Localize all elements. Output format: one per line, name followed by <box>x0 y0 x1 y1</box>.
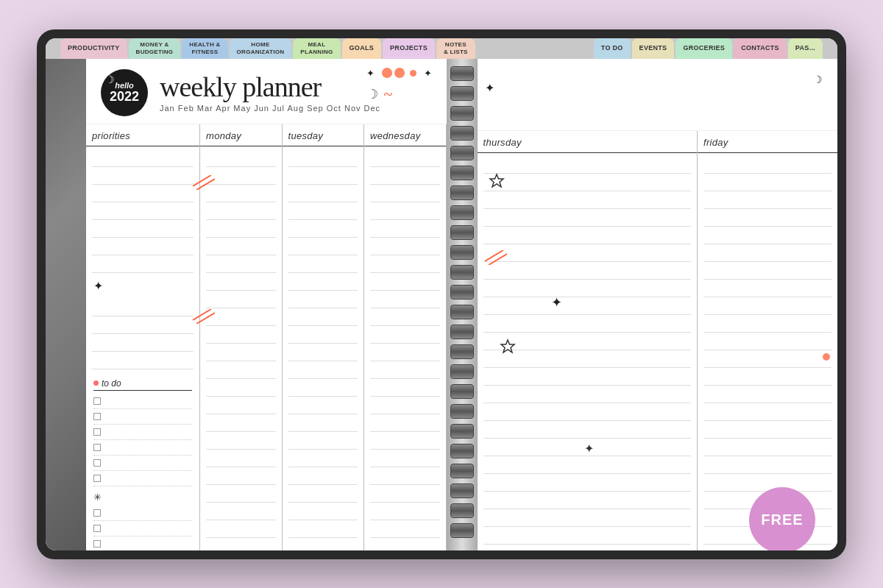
thursday-header: thursday <box>478 131 698 153</box>
tab-events[interactable]: EVENTS <box>632 38 675 59</box>
priority-line <box>92 202 194 220</box>
priority-line <box>92 316 194 334</box>
snowflake-right: ✦ <box>584 442 594 456</box>
coil <box>450 185 474 200</box>
header-decorations: ✦ ✦ ☽ ~ <box>366 68 432 104</box>
svg-marker-4 <box>490 174 503 187</box>
spiral-binding-center <box>447 59 478 550</box>
star-outline-1 <box>489 173 505 192</box>
checkbox[interactable] <box>93 475 101 482</box>
checkbox[interactable] <box>93 459 101 467</box>
coil <box>450 86 474 101</box>
checkbox[interactable] <box>93 540 101 548</box>
snowflake-deco: ✳ <box>93 487 192 506</box>
priorities-lines <box>86 146 199 276</box>
wednesday-lines <box>364 146 446 550</box>
right-planner-page: ✦ ☽ thursday <box>478 59 838 550</box>
priorities-lines-2 <box>86 296 199 372</box>
tab-home[interactable]: HOMEORGANIZATION <box>230 38 292 59</box>
left-binding <box>46 59 86 550</box>
todo-item <box>93 441 192 456</box>
notebook: PRODUCTIVITY MONEY &BUDGETING HEALTH &FI… <box>46 38 837 550</box>
star-outline-2 <box>500 339 516 358</box>
coil <box>450 464 474 478</box>
right-header: ✦ ☽ <box>478 59 838 131</box>
tab-money[interactable]: MONEY &BUDGETING <box>129 38 181 59</box>
todo-section: to do ✳ <box>86 372 199 550</box>
priority-line <box>92 255 194 273</box>
logo-moon: ☽ <box>105 74 115 85</box>
tab-contacts[interactable]: CONTACTS <box>734 38 787 59</box>
logo-year: 2022 <box>110 90 139 103</box>
todo-item <box>93 410 192 425</box>
coil <box>450 444 474 458</box>
monday-header: monday <box>200 124 282 146</box>
tab-meal[interactable]: MEALPLANNING <box>293 38 340 59</box>
todo-item <box>93 537 192 550</box>
orange-dot-2 <box>394 68 405 78</box>
priority-line <box>92 299 194 316</box>
todo-list: ✳ <box>93 394 192 550</box>
svg-line-3 <box>196 313 215 324</box>
monday-lines <box>200 146 282 550</box>
priority-line <box>92 167 194 185</box>
tab-pas[interactable]: PAS... <box>788 38 823 59</box>
month-row: Jan Feb Mar Apr May Jun Jul Aug Sep Oct … <box>160 104 432 113</box>
coil <box>450 66 474 81</box>
coil <box>450 265 474 280</box>
coil <box>450 384 474 399</box>
tab-todo[interactable]: TO DO <box>594 38 631 59</box>
wednesday-section: wednesday <box>364 124 447 550</box>
coil <box>450 285 474 300</box>
coil <box>450 344 474 359</box>
right-star-2: ☽ <box>813 74 823 85</box>
tab-goals[interactable]: GOALS <box>342 38 382 59</box>
svg-line-6 <box>485 250 503 261</box>
device-inner: PRODUCTIVITY MONEY &BUDGETING HEALTH &FI… <box>46 38 837 550</box>
todo-item <box>93 394 192 409</box>
priority-line <box>92 220 194 238</box>
checkbox[interactable] <box>93 509 101 517</box>
priority-line <box>92 334 194 352</box>
tab-notes[interactable]: NOTES& LISTS <box>436 38 475 59</box>
todo-item <box>93 472 192 486</box>
tuesday-lines <box>283 146 364 550</box>
coil <box>450 523 474 538</box>
priority-line <box>92 352 194 369</box>
star-solid-right: ✦ <box>551 294 562 311</box>
priority-line <box>92 149 194 167</box>
checkbox[interactable] <box>93 525 101 532</box>
moon-deco: ☽ <box>366 86 378 102</box>
svg-line-7 <box>489 254 507 265</box>
svg-line-0 <box>193 175 211 186</box>
slash-deco-right <box>485 250 507 268</box>
friday-section: friday <box>698 131 837 550</box>
main-content: ☽ hello 2022 weekly planner Jan Feb Mar … <box>46 59 837 550</box>
tab-projects[interactable]: PROJECTS <box>383 38 435 59</box>
coil <box>450 305 474 319</box>
right-star-1: ✦ <box>485 81 494 95</box>
coil <box>450 245 474 260</box>
svg-marker-5 <box>501 340 514 353</box>
tab-productivity[interactable]: PRODUCTIVITY <box>60 38 127 59</box>
checkbox[interactable] <box>93 428 101 436</box>
checkbox[interactable] <box>93 444 101 451</box>
orange-dot-3 <box>410 70 416 77</box>
todo-item <box>93 425 192 440</box>
todo-item <box>93 506 192 521</box>
coil <box>450 483 474 498</box>
checkbox[interactable] <box>93 397 101 405</box>
priorities-section: priorities <box>86 124 200 550</box>
coil <box>450 166 474 180</box>
checkbox[interactable] <box>93 413 101 420</box>
tab-groceries[interactable]: GROCERIES <box>675 38 732 59</box>
todo-label: to do <box>93 378 192 391</box>
tabs-row: PRODUCTIVITY MONEY &BUDGETING HEALTH &FI… <box>46 38 837 59</box>
tuesday-section: tuesday <box>283 124 365 550</box>
coil <box>450 364 474 379</box>
priorities-header: priorities <box>86 124 199 146</box>
tab-health[interactable]: HEALTH &FITNESS <box>182 38 227 59</box>
planner-header: ☽ hello 2022 weekly planner Jan Feb Mar … <box>86 59 447 124</box>
coil <box>450 404 474 419</box>
coil <box>450 424 474 439</box>
